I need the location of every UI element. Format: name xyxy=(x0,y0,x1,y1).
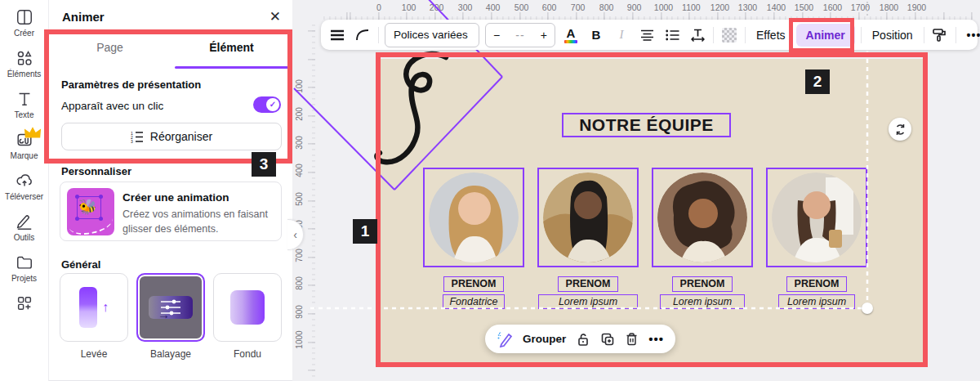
active-tab-underline xyxy=(175,66,288,69)
ruler-tick-label: 1900 xyxy=(907,2,926,12)
member-name-element[interactable]: PRENOM xyxy=(786,276,847,292)
text-color-icon[interactable]: A xyxy=(561,25,581,45)
member-photo-frame[interactable] xyxy=(537,168,639,267)
font-size-value[interactable]: -- xyxy=(515,29,524,42)
italic-button[interactable]: I xyxy=(612,25,631,45)
sidebar-item-create[interactable]: Créer xyxy=(2,8,47,38)
sidebar-item-label: Créer xyxy=(14,29,34,38)
bee-icon: 🐝 xyxy=(78,198,96,216)
animation-option-label: Fondu xyxy=(213,348,282,360)
toolbar-more-button[interactable]: ••• xyxy=(962,29,980,42)
rotate-icon xyxy=(894,123,906,136)
position-button[interactable]: Position xyxy=(867,29,918,42)
ruler-top xyxy=(322,12,975,20)
member-role-element[interactable]: Lorem ipsum xyxy=(660,294,745,309)
wipe-thumbnail xyxy=(149,296,193,319)
member-role-element[interactable]: Lorem ipsum xyxy=(538,294,638,309)
trash-icon[interactable] xyxy=(625,332,639,347)
magic-edit-icon[interactable] xyxy=(497,331,513,347)
appear-on-click-toggle[interactable]: ✓ xyxy=(253,96,281,113)
unlock-icon[interactable] xyxy=(576,332,590,347)
curve-line-icon[interactable] xyxy=(353,25,372,45)
font-size-decrease[interactable]: − xyxy=(493,29,500,42)
close-icon[interactable]: ✕ xyxy=(270,8,281,25)
fade-thumbnail xyxy=(230,290,265,325)
letter-spacing-icon[interactable] xyxy=(688,25,707,45)
animation-option-rise[interactable]: ↑ Levée xyxy=(60,273,128,360)
right-arrow-icon: → xyxy=(158,307,170,321)
ruler-tick-label: 200 xyxy=(430,2,444,12)
font-size-increase[interactable]: + xyxy=(541,29,547,42)
animation-option-label: Balayage xyxy=(136,348,205,360)
selection-more-button[interactable]: ••• xyxy=(648,332,664,346)
member-photo-frame[interactable] xyxy=(423,168,524,267)
tab-page[interactable]: Page xyxy=(49,36,171,64)
customize-title: Personnaliser xyxy=(61,165,131,177)
selection-toolbar[interactable]: Grouper ••• xyxy=(485,325,675,353)
animate-button[interactable]: Animer xyxy=(796,24,855,47)
reorder-button[interactable]: 123 Réorganiser xyxy=(61,123,282,150)
ruler-tick-label: 700 xyxy=(571,2,586,12)
member-role-element[interactable]: Fondatrice xyxy=(443,294,505,309)
sidebar-item-text[interactable]: Texte xyxy=(2,90,47,119)
create-animation-desc: Créez vos animations en faisant glisser … xyxy=(122,207,278,236)
member-photo xyxy=(543,173,633,262)
text-color-letter: A xyxy=(564,27,577,39)
sidebar-item-label: Outils xyxy=(14,233,35,242)
ruler-tick-label: 900 xyxy=(627,2,642,12)
premium-crown-icon xyxy=(24,123,42,141)
sidebar-item-elements[interactable]: Éléments xyxy=(2,49,47,78)
member-name-element[interactable]: PRENOM xyxy=(558,276,618,292)
up-arrow-icon: ↑ xyxy=(102,300,109,315)
member-name-element[interactable]: PRENOM xyxy=(672,276,733,292)
font-size-control[interactable]: − -- + xyxy=(485,23,555,47)
member-photo-frame[interactable] xyxy=(766,168,867,267)
ruler-tick-label: 400 xyxy=(295,159,304,182)
annotation-number-3: 3 xyxy=(252,152,276,177)
duplicate-icon[interactable] xyxy=(600,332,615,347)
sidebar-item-brand[interactable]: Marque xyxy=(2,131,47,160)
animation-options: ↑ Levée → Balayage Fondu xyxy=(60,273,282,360)
team-title-element[interactable]: NOTRE ÉQUIPE xyxy=(562,113,731,137)
group-button[interactable]: Grouper xyxy=(523,333,566,345)
panel-title: Animer xyxy=(62,10,105,24)
sidebar-item-label: Téléverser xyxy=(5,192,43,201)
text-styles-icon[interactable] xyxy=(327,25,347,45)
toggle-check-icon: ✓ xyxy=(266,98,279,111)
appear-on-click-label: Apparaît avec un clic xyxy=(61,100,163,112)
panel-tabs: Page Élément xyxy=(49,36,292,64)
sidebar-item-projects[interactable]: Projets xyxy=(2,253,47,283)
ruler-tick-label: 1000 xyxy=(654,2,673,12)
design-page[interactable]: NOTRE ÉQUIPE xyxy=(381,59,923,365)
paint-roller-icon[interactable] xyxy=(930,25,950,45)
resize-handle[interactable] xyxy=(862,303,873,314)
ruler-tick-label: 800 xyxy=(295,272,304,295)
list-icon[interactable] xyxy=(662,25,682,45)
sidebar-item-upload[interactable]: Téléverser xyxy=(2,172,47,201)
ruler-tick-label: 1100 xyxy=(682,2,701,12)
tab-element[interactable]: Élément xyxy=(171,36,292,64)
ruler-tick-label: 1700 xyxy=(851,2,870,12)
ruler-tick-label: 1200 xyxy=(710,2,729,12)
text-align-icon[interactable] xyxy=(637,25,657,45)
sidebar-item-apps[interactable] xyxy=(2,294,47,312)
bold-button[interactable]: B xyxy=(586,25,606,45)
sidebar-item-tools[interactable]: Outils xyxy=(2,213,47,242)
font-selector[interactable]: Polices variées xyxy=(385,23,479,47)
ruler-tick-label: 400 xyxy=(486,2,501,12)
rotate-handle[interactable] xyxy=(889,118,911,141)
member-photo-frame[interactable] xyxy=(652,168,753,267)
effects-button[interactable]: Effets xyxy=(751,29,791,42)
sidebar-item-label: Projets xyxy=(11,274,37,283)
rise-thumbnail xyxy=(79,287,97,328)
animation-option-fade[interactable]: Fondu xyxy=(213,273,282,360)
transparency-icon[interactable] xyxy=(719,25,739,45)
tab-page-label: Page xyxy=(96,41,123,54)
create-animation-card[interactable]: 🐝 Créer une animation Créez vos animatio… xyxy=(60,182,282,241)
selected-animation[interactable]: → xyxy=(136,273,205,342)
member-role-element[interactable]: Lorem ipsum xyxy=(778,294,855,309)
member-photo xyxy=(429,173,519,262)
member-name-element[interactable]: PRENOM xyxy=(443,276,504,292)
animation-option-wipe[interactable]: → Balayage xyxy=(136,273,205,360)
ruler-tick-label: 300 xyxy=(295,132,304,155)
